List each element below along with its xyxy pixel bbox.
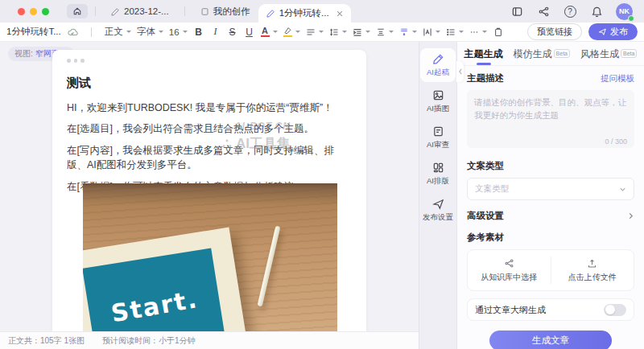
sidebar-toggle-icon[interactable] xyxy=(510,4,524,18)
letter-spacing-dropdown[interactable] xyxy=(423,27,440,37)
document-paragraph[interactable]: 在[选题目]，我会列出符合需求且结合热点的多个主题。 xyxy=(67,121,352,136)
paragraph-spacing-after-dropdown[interactable] xyxy=(399,27,417,37)
chevron-down-icon xyxy=(459,31,464,33)
bold-button[interactable]: B xyxy=(193,25,204,39)
rail-item-ai-review[interactable]: AI审查 xyxy=(420,121,456,154)
paragraph-style-dropdown[interactable]: 正文 xyxy=(105,26,131,38)
outline-toggle-label: 通过文章大纲生成 xyxy=(475,304,546,316)
app-window: 2023-12-... 我的创作 1分钟玩转... xyxy=(0,0,644,349)
line-height-dropdown[interactable] xyxy=(329,27,347,37)
align-dropdown[interactable] xyxy=(306,27,324,37)
question-template-link[interactable]: 提问模板 xyxy=(601,73,634,84)
format-painter-button[interactable] xyxy=(493,25,504,39)
formatting-toolbar: 1分钟玩转T... 正文 字体 16 B I S U A xyxy=(0,23,644,42)
beta-badge: Beta xyxy=(621,49,637,58)
rail-item-ai-draft[interactable]: AI起稿 xyxy=(420,48,456,82)
send-icon xyxy=(598,27,607,36)
window-controls xyxy=(18,8,49,15)
underline-button[interactable]: U xyxy=(244,25,255,39)
document-title: 1分钟玩转T... xyxy=(6,26,61,38)
document-paragraph[interactable]: 在[写内容]，我会根据要求生成多篇文章，同时支持编辑、排版、AI配图和分发到多平… xyxy=(67,143,352,172)
font-color-swatch xyxy=(261,35,270,38)
zoom-window-button[interactable] xyxy=(42,8,49,15)
tab-style-generation[interactable]: 风格生成Beta xyxy=(580,42,637,66)
char-counter: 0 / 300 xyxy=(605,138,627,146)
outline-generate-toggle[interactable] xyxy=(604,304,626,316)
upload-icon xyxy=(587,258,597,269)
rail-item-ai-illustration[interactable]: AI插图 xyxy=(420,84,456,118)
copy-type-label: 文案类型 xyxy=(467,160,634,172)
home-icon xyxy=(72,6,82,16)
chevron-down-icon xyxy=(342,31,347,33)
close-window-button[interactable] xyxy=(18,8,25,15)
knowledge-base-icon xyxy=(504,258,514,269)
help-icon[interactable]: ? xyxy=(563,4,577,18)
publish-button[interactable]: 发布 xyxy=(588,23,638,40)
highlight-color-dropdown[interactable] xyxy=(283,27,300,38)
photo-start-text: Start. xyxy=(109,285,200,327)
window-topbar: 2023-12-... 我的创作 1分钟玩转... xyxy=(0,0,644,23)
tab-recent-doc[interactable]: 2023-12-... xyxy=(103,0,177,23)
indent-dropdown[interactable] xyxy=(353,27,370,37)
layout-icon xyxy=(432,162,444,174)
editor-canvas: 视图: 窄网页 测试 HI，欢迎来到TURBODESK! 我是专属于你的运营“贾… xyxy=(0,42,419,331)
strikethrough-button[interactable]: S xyxy=(227,25,238,39)
notifications-bell-icon[interactable] xyxy=(589,4,604,18)
generate-article-button[interactable]: 生成文章 xyxy=(489,331,612,349)
word-count: 正文共：105字 1张图 xyxy=(8,335,85,347)
document-paragraph[interactable]: HI，欢迎来到TURBODESK! 我是专属于你的运营“贾维斯”！ xyxy=(67,101,352,115)
rail-item-ai-layout[interactable]: AI排版 xyxy=(420,157,456,191)
toolbar-divider xyxy=(91,27,92,37)
tab-current-doc[interactable]: 1分钟玩转... xyxy=(258,4,351,23)
spacing-before-icon xyxy=(376,27,386,37)
tab-label: 我的创作 xyxy=(213,6,250,18)
document-check-icon xyxy=(432,125,444,138)
close-tab-icon[interactable] xyxy=(336,10,343,17)
select-from-knowledge-base-button[interactable]: 从知识库中选择 xyxy=(468,250,551,290)
chevron-down-icon xyxy=(619,186,626,193)
highlight-color-swatch xyxy=(283,35,292,38)
advanced-settings-row[interactable]: 高级设置 xyxy=(467,210,634,222)
ellipsis-icon xyxy=(469,27,479,37)
copy-type-select[interactable]: 文案类型 xyxy=(467,178,634,200)
reference-material-label: 参考素材 xyxy=(467,232,634,244)
topbar-divider xyxy=(184,6,185,16)
paragraph-spacing-before-dropdown[interactable] xyxy=(376,27,394,37)
bullet-list-icon xyxy=(446,27,456,37)
photo-card: Start. xyxy=(83,228,250,331)
image-icon xyxy=(432,89,444,101)
list-style-dropdown[interactable] xyxy=(446,27,464,37)
tab-imitation-generation[interactable]: 模仿生成Beta xyxy=(514,42,570,66)
upload-file-button[interactable]: 点击上传文件 xyxy=(551,250,634,290)
pencil-icon xyxy=(266,9,275,18)
preview-link-button[interactable]: 预览链接 xyxy=(527,23,582,40)
toggle-knob xyxy=(605,305,615,314)
share-nodes-icon[interactable] xyxy=(536,4,551,18)
font-family-dropdown[interactable]: 字体 xyxy=(137,26,163,38)
document-page[interactable]: 测试 HI，欢迎来到TURBODESK! 我是专属于你的运营“贾维斯”！ 在[选… xyxy=(52,50,366,331)
document-heading[interactable]: 测试 xyxy=(67,76,352,91)
tab-my-creations[interactable]: 我的创作 xyxy=(192,0,258,23)
paper-plane-icon xyxy=(432,198,444,210)
font-size-dropdown[interactable]: 16 xyxy=(169,27,188,37)
document-inline-image[interactable]: Start. xyxy=(83,183,337,331)
chevron-down-icon xyxy=(159,31,163,33)
chevron-down-icon xyxy=(365,31,370,33)
rail-item-publish-settings[interactable]: 发布设置 xyxy=(420,193,456,227)
minimize-window-button[interactable] xyxy=(30,8,37,15)
font-color-dropdown[interactable]: A xyxy=(261,27,278,38)
line-height-icon xyxy=(329,27,339,37)
indent-icon xyxy=(353,27,362,37)
tab-topic-generation[interactable]: 主题生成 xyxy=(464,42,503,66)
more-tools-dropdown[interactable] xyxy=(469,27,487,37)
document-icon xyxy=(200,7,209,16)
tab-label: 1分钟玩转... xyxy=(279,7,329,19)
panel-collapse-handle[interactable] xyxy=(456,61,464,82)
chevron-down-icon xyxy=(389,31,394,33)
online-status-badge xyxy=(628,15,634,22)
chevron-down-icon xyxy=(412,31,417,33)
italic-button[interactable]: I xyxy=(210,25,221,39)
user-avatar[interactable]: NK xyxy=(616,3,633,20)
generation-panel: 主题生成 模仿生成Beta 风格生成Beta 主题描述 提问模板 0 / 300… xyxy=(457,42,644,349)
home-button[interactable] xyxy=(67,4,88,18)
